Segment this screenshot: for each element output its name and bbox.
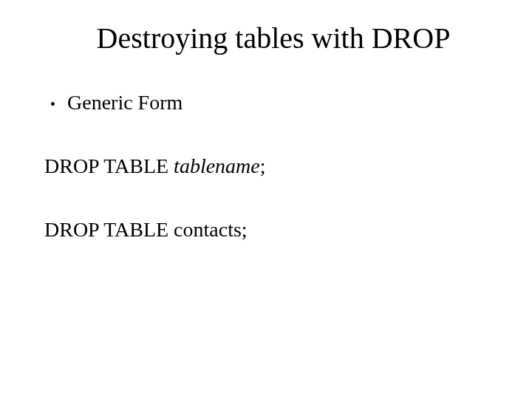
slide-title: Destroying tables with DROP <box>59 21 488 55</box>
tablename-placeholder: tablename <box>174 154 260 177</box>
bullet-item: • Generic Form <box>50 91 488 115</box>
generic-form-line: DROP TABLE tablename; <box>44 154 488 178</box>
semicolon: ; <box>260 154 266 177</box>
bullet-marker: • <box>50 94 55 115</box>
bullet-text: Generic Form <box>67 91 183 115</box>
example-line: DROP TABLE contacts; <box>44 218 488 242</box>
drop-table-prefix: DROP TABLE <box>44 154 174 177</box>
